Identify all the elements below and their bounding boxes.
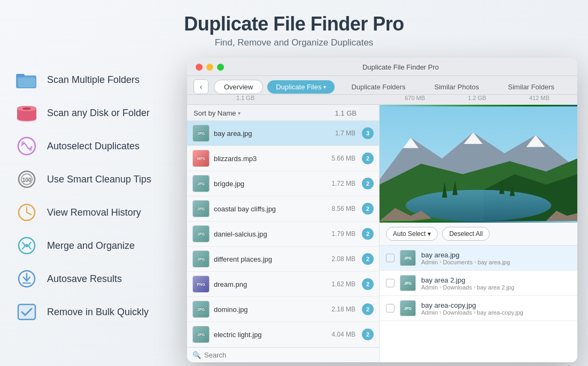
dup-thumb: JPG bbox=[400, 300, 416, 316]
merge-icon bbox=[15, 234, 38, 257]
feature-scan-multiple: Scan Multiple Folders bbox=[11, 63, 182, 96]
file-type-label: PNG bbox=[197, 283, 205, 286]
main-layout: Scan Multiple Folders Scan any Disk or F… bbox=[11, 58, 577, 362]
file-type-label: JPG bbox=[197, 333, 205, 337]
file-list-panel: Sort by Name ▾ 1.1 GB JPG bay area.jpg 1… bbox=[187, 105, 380, 362]
feature-scan-disk: Scan any Disk or Folder bbox=[11, 96, 182, 129]
file-size: 5.66 MB bbox=[331, 155, 355, 162]
file-row[interactable]: JPG electric light.jpg 4.04 MB 2 bbox=[187, 322, 379, 347]
duplicate-files-tab[interactable]: Duplicate Files bbox=[267, 80, 335, 94]
duplicate-count-badge: 2 bbox=[362, 203, 374, 215]
file-type-label: JPG bbox=[197, 207, 205, 211]
file-thumb: MP3 bbox=[192, 150, 210, 167]
svg-text:100: 100 bbox=[22, 177, 32, 183]
feature-smart-cleanup-label: Use Smart Cleanup Tips bbox=[47, 174, 151, 185]
maximize-button[interactable] bbox=[217, 64, 224, 71]
file-row[interactable]: JPG brigde.jpg 1.72 MB 2 bbox=[187, 171, 379, 196]
file-thumb: JPG bbox=[192, 175, 210, 192]
hero-header: Duplicate File Finder Pro Find, Remove a… bbox=[0, 0, 588, 58]
similar-folders-size: 412 MB bbox=[529, 95, 550, 101]
svg-rect-2 bbox=[18, 78, 35, 87]
auto-select-chevron-icon: ▾ bbox=[428, 230, 431, 238]
duplicate-count-badge: 2 bbox=[362, 152, 374, 164]
size-col-header: 1.1 GB bbox=[335, 109, 357, 117]
hero-title: Duplicate File Finder Pro bbox=[0, 13, 588, 35]
feature-removal-history: View Removal History bbox=[11, 196, 182, 229]
file-row[interactable]: JPG different places.jpg 2.08 MB 2 bbox=[187, 247, 379, 272]
duplicate-folders-tab[interactable]: Duplicate Folders bbox=[343, 80, 414, 94]
file-thumb: JPG bbox=[192, 225, 210, 242]
file-row[interactable]: JPG coastal bay cliffs.jpg 8.56 MB 2 bbox=[187, 196, 379, 222]
title-bar: Duplicate File Finder Pro bbox=[187, 58, 577, 76]
duplicate-row[interactable]: JPG bay area 2.jpg Admin › Downloads › b… bbox=[380, 271, 577, 296]
dup-filename: bay area 2.jpg bbox=[421, 276, 571, 284]
file-name: brigde.jpg bbox=[214, 180, 327, 188]
dup-info: bay area 2.jpg Admin › Downloads › bay a… bbox=[421, 276, 571, 291]
file-row[interactable]: PNG dream.png 1.62 MB 2 bbox=[187, 272, 379, 297]
path-arrow-icon: › bbox=[474, 284, 475, 290]
feature-merge-organize: Merge and Organize bbox=[11, 229, 182, 262]
app-window: Duplicate File Finder Pro ‹ Overview Dup… bbox=[187, 58, 577, 362]
hero-subtitle: Find, Remove and Organize Duplicates bbox=[0, 37, 588, 48]
file-type-label: JPG bbox=[197, 132, 205, 135]
dup-info: bay area.jpg Admin › Documents › bay are… bbox=[421, 251, 571, 265]
path-arrow-icon: › bbox=[474, 309, 475, 315]
feature-scan-multiple-label: Scan Multiple Folders bbox=[47, 74, 140, 86]
dup-path: Admin › Downloads › bay area-copy.jpg bbox=[421, 309, 571, 316]
feature-autosave-label: Autosave Results bbox=[47, 273, 122, 285]
dup-thumb: JPG bbox=[400, 275, 416, 291]
autosave-icon bbox=[15, 267, 38, 291]
dup-checkbox[interactable] bbox=[386, 254, 394, 262]
auto-select-label: Auto Select bbox=[393, 230, 425, 238]
file-name: bay area.jpg bbox=[214, 129, 331, 138]
feature-autosave: Autosave Results bbox=[11, 262, 182, 295]
duplicate-row[interactable]: JPG bay area-copy.jpg Admin › Downloads … bbox=[380, 296, 577, 321]
close-button[interactable] bbox=[196, 64, 203, 71]
file-row[interactable]: MP3 blizzards.mp3 5.66 MB 2 bbox=[187, 146, 379, 171]
dup-filename: bay area-copy.jpg bbox=[421, 301, 571, 309]
file-size: 2.18 MB bbox=[331, 306, 355, 313]
similar-folders-tab[interactable]: Similar Folders bbox=[499, 80, 563, 94]
duplicate-count-badge: 2 bbox=[362, 278, 374, 290]
feature-autoselect-label: Autoselect Duplicates bbox=[47, 141, 140, 152]
file-size: 1.62 MB bbox=[331, 280, 355, 288]
file-type-label: JPG bbox=[197, 308, 205, 311]
file-type-label: JPG bbox=[197, 232, 205, 236]
file-row[interactable]: JPG daniel-salcius.jpg 1.79 MB 2 bbox=[187, 222, 379, 247]
feature-merge-label: Merge and Organize bbox=[47, 240, 135, 251]
file-name: different places.jpg bbox=[214, 255, 327, 263]
preview-panel: Auto Select ▾ Deselect All JPG bay area.… bbox=[380, 105, 577, 362]
file-list-header: Sort by Name ▾ 1.1 GB bbox=[187, 105, 379, 121]
svg-point-8 bbox=[29, 148, 32, 151]
minimize-button[interactable] bbox=[206, 64, 213, 71]
file-thumb: JPG bbox=[192, 250, 210, 268]
file-size: 1.72 MB bbox=[331, 180, 355, 187]
file-name: dream.png bbox=[214, 280, 327, 288]
duplicate-row[interactable]: JPG bay area.jpg Admin › Documents › bay… bbox=[380, 246, 577, 271]
overview-tab[interactable]: Overview bbox=[214, 80, 263, 94]
auto-select-button[interactable]: Auto Select ▾ bbox=[386, 227, 438, 241]
duplicate-files-label: Duplicate Files bbox=[276, 83, 321, 91]
file-name: domino.jpg bbox=[214, 306, 327, 314]
dup-checkbox[interactable] bbox=[386, 304, 394, 312]
file-name: blizzards.mp3 bbox=[214, 155, 327, 163]
tab-bar: ‹ Overview Duplicate Files Duplicate Fol… bbox=[187, 76, 577, 95]
search-input[interactable] bbox=[204, 351, 374, 359]
file-thumb: JPG bbox=[192, 326, 210, 343]
back-button[interactable]: ‹ bbox=[194, 79, 208, 94]
dup-checkbox[interactable] bbox=[386, 279, 394, 287]
svg-point-7 bbox=[21, 141, 25, 144]
deselect-all-button[interactable]: Deselect All bbox=[442, 227, 490, 241]
feature-remove-bulk-label: Remove in Bulk Quickly bbox=[47, 307, 149, 318]
feature-scan-disk-label: Scan any Disk or Folder bbox=[47, 108, 150, 119]
file-type-label: JPG bbox=[197, 257, 205, 261]
file-size: 8.56 MB bbox=[331, 205, 355, 212]
total-size: 1.1 GB bbox=[194, 95, 383, 101]
file-row[interactable]: JPG bay area.jpg 1.7 MB 3 bbox=[187, 121, 379, 146]
file-thumb: JPG bbox=[192, 125, 210, 142]
similar-photos-tab[interactable]: Similar Photos bbox=[426, 80, 488, 94]
file-row[interactable]: JPG domino.jpg 2.18 MB 2 bbox=[187, 297, 379, 322]
sort-label: Sort by Name bbox=[194, 109, 236, 117]
file-thumb: PNG bbox=[192, 276, 210, 293]
autoselect-icon bbox=[15, 134, 38, 158]
